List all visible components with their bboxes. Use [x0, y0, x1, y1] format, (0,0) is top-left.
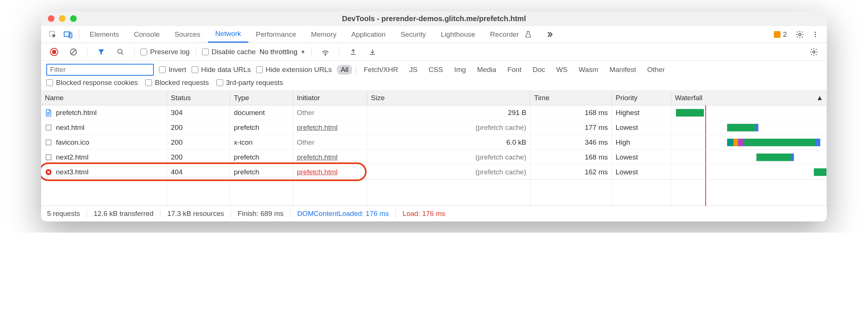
- col-type[interactable]: Type: [230, 91, 293, 105]
- throttling-select[interactable]: No throttling ▼: [259, 48, 305, 56]
- hide-extension-urls-checkbox[interactable]: Hide extension URLs: [256, 66, 332, 74]
- filter-input[interactable]: [46, 64, 154, 76]
- table-cell[interactable]: Other: [293, 105, 367, 120]
- tab-sources[interactable]: Sources: [167, 26, 208, 43]
- table-cell[interactable]: 291 B: [367, 105, 530, 120]
- hide-data-urls-checkbox[interactable]: Hide data URLs: [192, 66, 251, 74]
- import-har-icon[interactable]: [366, 46, 379, 58]
- tab-security[interactable]: Security: [393, 26, 434, 43]
- blocked-cookies-checkbox[interactable]: Blocked response cookies: [46, 79, 138, 87]
- maximize-window-button[interactable]: [70, 15, 77, 22]
- table-cell[interactable]: next.html: [41, 120, 167, 135]
- invert-checkbox[interactable]: Invert: [159, 66, 186, 74]
- type-filter-other[interactable]: Other: [643, 65, 669, 75]
- table-cell[interactable]: document: [230, 105, 293, 120]
- network-conditions-icon[interactable]: [319, 46, 332, 58]
- type-filter-css[interactable]: CSS: [425, 65, 447, 75]
- invert-label: Invert: [169, 66, 186, 74]
- tab-memory[interactable]: Memory: [304, 26, 344, 43]
- col-priority[interactable]: Priority: [612, 91, 671, 105]
- table-cell[interactable]: x-icon: [230, 135, 293, 150]
- table-cell[interactable]: (prefetch cache): [367, 165, 530, 180]
- tab-lighthouse[interactable]: Lighthouse: [433, 26, 483, 43]
- table-cell[interactable]: 404: [167, 165, 230, 180]
- table-cell[interactable]: Lowest: [612, 120, 671, 135]
- tab-recorder[interactable]: Recorder: [483, 26, 526, 43]
- search-icon[interactable]: [114, 46, 127, 58]
- table-cell[interactable]: (prefetch cache): [367, 150, 530, 165]
- col-initiator[interactable]: Initiator: [293, 91, 367, 105]
- table-cell[interactable]: prefetch: [230, 165, 293, 180]
- filter-icon[interactable]: [95, 46, 107, 58]
- table-cell[interactable]: Lowest: [612, 150, 671, 165]
- footer-finish: Finish: 689 ms: [238, 210, 284, 218]
- file-icon: [45, 139, 52, 146]
- table-cell[interactable]: 177 ms: [530, 120, 612, 135]
- third-party-checkbox[interactable]: 3rd-party requests: [216, 79, 283, 87]
- initiator-link[interactable]: prefetch.html: [297, 168, 338, 176]
- tab-network[interactable]: Network: [208, 26, 249, 43]
- table-cell[interactable]: prefetch.html: [41, 105, 167, 120]
- table-cell[interactable]: (prefetch cache): [367, 120, 530, 135]
- type-filter-fetch-xhr[interactable]: Fetch/XHR: [360, 65, 402, 75]
- table-cell[interactable]: High: [612, 135, 671, 150]
- table-cell[interactable]: prefetch.html: [293, 150, 367, 165]
- settings-gear-icon[interactable]: [794, 28, 806, 41]
- initiator-link[interactable]: prefetch.html: [297, 124, 338, 132]
- device-toolbar-icon[interactable]: [62, 28, 74, 41]
- table-cell[interactable]: 200: [167, 150, 230, 165]
- col-size[interactable]: Size: [367, 91, 530, 105]
- inspect-icon[interactable]: [46, 28, 59, 41]
- kebab-menu-icon[interactable]: [809, 28, 822, 41]
- col-waterfall[interactable]: Waterfall▲: [671, 91, 827, 105]
- table-cell[interactable]: 304: [167, 105, 230, 120]
- table-cell[interactable]: 168 ms: [530, 105, 612, 120]
- table-cell[interactable]: next3.html: [41, 165, 167, 180]
- type-filter-wasm[interactable]: Wasm: [575, 65, 602, 75]
- clear-button[interactable]: [67, 46, 80, 58]
- col-time[interactable]: Time: [530, 91, 612, 105]
- minimize-window-button[interactable]: [59, 15, 66, 22]
- network-settings-gear-icon[interactable]: [808, 46, 820, 58]
- blocked-requests-checkbox[interactable]: Blocked requests: [145, 79, 209, 87]
- footer-resources: 17.3 kB resources: [167, 210, 224, 218]
- type-filter-img[interactable]: Img: [450, 65, 470, 75]
- table-cell[interactable]: Highest: [612, 105, 671, 120]
- error-icon: [45, 168, 52, 176]
- tab-console[interactable]: Console: [126, 26, 167, 43]
- type-filter-ws[interactable]: WS: [553, 65, 572, 75]
- col-name[interactable]: Name: [41, 91, 167, 105]
- table-cell[interactable]: 200: [167, 135, 230, 150]
- table-cell[interactable]: prefetch.html: [293, 120, 367, 135]
- tab-performance[interactable]: Performance: [248, 26, 304, 43]
- col-status[interactable]: Status: [167, 91, 230, 105]
- export-har-icon[interactable]: [347, 46, 360, 58]
- type-filter-all[interactable]: All: [337, 65, 352, 75]
- more-tabs-icon[interactable]: [543, 28, 556, 41]
- table-cell[interactable]: Other: [293, 135, 367, 150]
- close-window-button[interactable]: [48, 15, 54, 22]
- table-cell[interactable]: prefetch: [230, 150, 293, 165]
- tab-elements[interactable]: Elements: [82, 26, 126, 43]
- type-filter-font[interactable]: Font: [504, 65, 525, 75]
- tab-application[interactable]: Application: [344, 26, 393, 43]
- table-cell[interactable]: 200: [167, 120, 230, 135]
- table-cell[interactable]: 168 ms: [530, 150, 612, 165]
- type-filter-manifest[interactable]: Manifest: [606, 65, 640, 75]
- type-filter-media[interactable]: Media: [473, 65, 500, 75]
- disable-cache-checkbox[interactable]: Disable cache: [202, 48, 256, 56]
- table-cell[interactable]: prefetch.html: [293, 165, 367, 180]
- preserve-log-checkbox[interactable]: Preserve log: [140, 48, 190, 56]
- table-cell[interactable]: 162 ms: [530, 165, 612, 180]
- record-button[interactable]: [48, 46, 60, 58]
- initiator-link[interactable]: prefetch.html: [297, 153, 338, 161]
- table-cell[interactable]: prefetch: [230, 120, 293, 135]
- table-cell[interactable]: 6.0 kB: [367, 135, 530, 150]
- warnings-badge[interactable]: 2: [774, 30, 787, 39]
- table-cell[interactable]: 346 ms: [530, 135, 612, 150]
- table-cell[interactable]: favicon.ico: [41, 135, 167, 150]
- type-filter-doc[interactable]: Doc: [529, 65, 549, 75]
- table-cell[interactable]: Lowest: [612, 165, 671, 180]
- type-filter-js[interactable]: JS: [405, 65, 421, 75]
- table-cell[interactable]: next2.html: [41, 150, 167, 165]
